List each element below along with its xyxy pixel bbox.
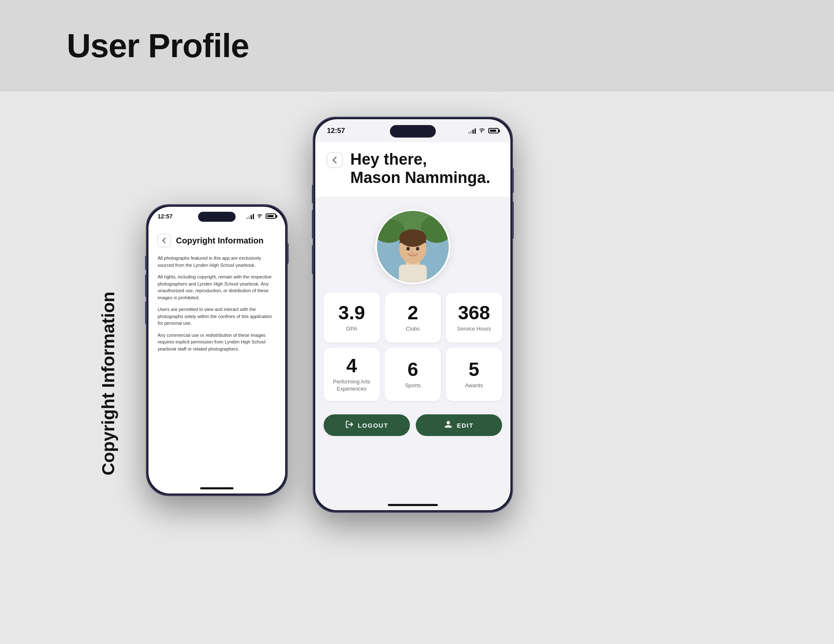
stat-card-sports: 6 Sports [385, 348, 441, 401]
svg-point-8 [407, 247, 410, 251]
stat-card-gpa: 3.9 GPA [324, 293, 380, 343]
avatar-image [377, 209, 449, 284]
greeting-container: Hey there, Mason Namminga. [350, 150, 490, 187]
signal-bars-small [246, 213, 254, 219]
stats-grid-row1: 3.9 GPA 2 Clubs 368 Service Hours [315, 293, 510, 343]
stat-card-service: 368 Service Hours [446, 293, 502, 343]
back-arrow-large [332, 157, 339, 164]
volume-down-button [145, 274, 147, 297]
sidebar-label: Copyright Information [98, 292, 118, 476]
avatar-container [315, 197, 510, 293]
stats-grid-row2: 4 Performing Arts Experiences 6 Sports 5… [315, 348, 510, 401]
stat-label-gpa: GPA [346, 326, 357, 333]
signal-bar-l3 [472, 130, 474, 134]
dynamic-island-small [198, 212, 236, 222]
power-button-small [286, 243, 289, 264]
copyright-para-1: All photographs featured in this app are… [158, 255, 276, 268]
copyright-screen: Copyright Information All photographs fe… [148, 226, 285, 494]
silent-button [145, 301, 147, 324]
copyright-body: All photographs featured in this app are… [158, 255, 276, 352]
signal-bar-3 [251, 215, 252, 219]
svg-point-9 [416, 247, 420, 251]
volume-down-button-large [312, 210, 314, 239]
dynamic-island-large [390, 125, 436, 138]
status-icons-large [468, 127, 499, 134]
back-button-small[interactable] [158, 234, 171, 247]
status-time-small: 12:57 [158, 213, 173, 220]
stat-number-gpa: 3.9 [338, 303, 365, 322]
header-banner: User Profile [0, 0, 834, 92]
home-indicator-small [200, 487, 234, 489]
logout-icon [345, 420, 354, 431]
volume-up-button [145, 256, 147, 270]
battery-icon-large [488, 128, 499, 133]
back-arrow-small [162, 238, 168, 243]
status-time-large: 12:57 [327, 127, 345, 135]
battery-fill-large [490, 130, 496, 132]
copyright-header: Copyright Information [158, 234, 276, 247]
signal-bars-large [468, 128, 476, 134]
signal-bar-l4 [475, 128, 476, 134]
copyright-content: Copyright Information All photographs fe… [148, 226, 285, 366]
content-area: Copyright Information 12:57 [0, 92, 834, 644]
battery-fill-small [267, 215, 274, 217]
logout-label: LOGOUT [358, 422, 388, 429]
copyright-para-4: Any commercial use or redistribution of … [158, 332, 276, 353]
status-icons-small [246, 213, 276, 220]
stat-label-service: Service Hours [457, 326, 491, 333]
home-indicator-large [388, 504, 438, 506]
profile-screen: Hey there, Mason Namminga. [315, 142, 510, 510]
phone-small: 12:57 [146, 204, 288, 496]
stat-number-clubs: 2 [407, 303, 418, 322]
stat-number-service: 368 [458, 303, 490, 322]
edit-label: EDIT [457, 422, 473, 429]
stat-card-awards: 5 Awards [446, 348, 502, 401]
copyright-para-3: Users are permitted to view and interact… [158, 306, 276, 327]
stat-label-sports: Sports [405, 382, 421, 389]
signal-bar-l1 [468, 132, 470, 134]
signal-bar-2 [249, 216, 250, 219]
stat-number-sports: 6 [407, 360, 418, 379]
signal-bar-1 [246, 217, 248, 219]
greeting-text: Hey there, Mason Namminga. [350, 150, 490, 187]
logout-button[interactable]: LOGOUT [324, 414, 410, 436]
back-button-large[interactable] [327, 152, 343, 168]
battery-icon-small [266, 213, 276, 219]
greeting-line1: Hey there, [350, 150, 427, 168]
stat-number-awards: 5 [469, 360, 480, 379]
volume-up-button-large [312, 185, 314, 203]
edit-icon [444, 420, 452, 431]
signal-bar-4 [253, 214, 254, 219]
profile-header: Hey there, Mason Namminga. [315, 142, 510, 197]
stat-label-awards: Awards [465, 382, 483, 389]
greeting-line2: Mason Namminga. [350, 169, 490, 186]
copyright-title: Copyright Information [176, 236, 264, 246]
wifi-icon-small [256, 213, 263, 220]
action-buttons: LOGOUT EDIT [315, 406, 510, 436]
copyright-para-2: All rights, including copyright, remain … [158, 273, 276, 301]
stat-card-arts: 4 Performing Arts Experiences [324, 348, 380, 401]
edit-button[interactable]: EDIT [416, 414, 502, 436]
phone-small-inner: 12:57 [148, 207, 285, 494]
avatar [375, 209, 450, 284]
power-button-large [512, 168, 514, 193]
signal-bar-l2 [470, 131, 472, 134]
power-button-large2 [512, 201, 514, 239]
phone-large: 12:57 [313, 117, 513, 513]
stat-label-clubs: Clubs [406, 326, 420, 333]
stat-card-clubs: 2 Clubs [385, 293, 441, 343]
wifi-icon-large [478, 127, 486, 134]
silent-button-large [312, 245, 314, 274]
phone-large-inner: 12:57 [315, 119, 510, 510]
page-title: User Profile [67, 27, 249, 65]
stat-number-arts: 4 [347, 356, 357, 375]
stat-label-arts: Performing Arts Experiences [330, 378, 373, 393]
svg-rect-5 [399, 265, 427, 283]
